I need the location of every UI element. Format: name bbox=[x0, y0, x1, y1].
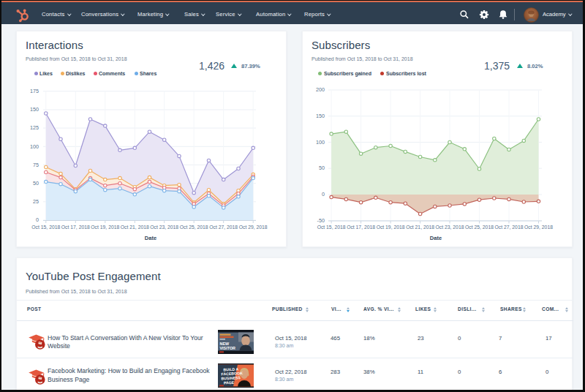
svg-text:Oct 27, 2018: Oct 27, 2018 bbox=[209, 225, 238, 230]
svg-text:125: 125 bbox=[30, 124, 39, 131]
svg-text:PAGE: PAGE bbox=[224, 380, 235, 385]
svg-text:0: 0 bbox=[36, 216, 39, 223]
svg-text:Oct 15, 2018: Oct 15, 2018 bbox=[31, 225, 60, 230]
svg-text:Date: Date bbox=[145, 235, 156, 241]
svg-text:Oct 23, 2018: Oct 23, 2018 bbox=[150, 225, 178, 230]
svg-text:Oct 29, 2018: Oct 29, 2018 bbox=[239, 225, 268, 230]
svg-text:100: 100 bbox=[316, 139, 325, 146]
svg-text:25: 25 bbox=[33, 198, 39, 205]
svg-text:Oct 25, 2018: Oct 25, 2018 bbox=[180, 225, 208, 230]
svg-text:Date: Date bbox=[430, 235, 442, 241]
svg-text:-50: -50 bbox=[317, 217, 325, 224]
svg-text:50: 50 bbox=[33, 180, 39, 186]
svg-text:150: 150 bbox=[316, 113, 325, 119]
svg-text:Oct 23, 2018: Oct 23, 2018 bbox=[436, 225, 464, 230]
svg-text:75: 75 bbox=[33, 162, 39, 168]
svg-text:Oct 27, 2018: Oct 27, 2018 bbox=[495, 225, 524, 230]
svg-text:0: 0 bbox=[322, 191, 325, 197]
svg-text:Oct 19, 2018: Oct 19, 2018 bbox=[377, 225, 405, 230]
svg-text:100: 100 bbox=[30, 143, 39, 150]
svg-text:Oct 25, 2018: Oct 25, 2018 bbox=[465, 225, 494, 230]
svg-text:150: 150 bbox=[30, 106, 39, 113]
svg-text:Oct 21, 2018: Oct 21, 2018 bbox=[406, 225, 434, 230]
svg-text:Oct 15, 2018: Oct 15, 2018 bbox=[317, 225, 346, 230]
svg-text:200: 200 bbox=[316, 86, 325, 93]
svg-text:VISITOR: VISITOR bbox=[220, 346, 236, 350]
svg-text:Oct 19, 2018: Oct 19, 2018 bbox=[91, 225, 119, 230]
svg-text:Oct 17, 2018: Oct 17, 2018 bbox=[61, 225, 90, 230]
svg-text:50: 50 bbox=[319, 165, 325, 171]
svg-text:Oct 21, 2018: Oct 21, 2018 bbox=[121, 225, 149, 230]
svg-text:Oct 17, 2018: Oct 17, 2018 bbox=[347, 225, 375, 230]
svg-text:175: 175 bbox=[30, 88, 39, 94]
svg-text:Oct 29, 2018: Oct 29, 2018 bbox=[524, 225, 553, 230]
